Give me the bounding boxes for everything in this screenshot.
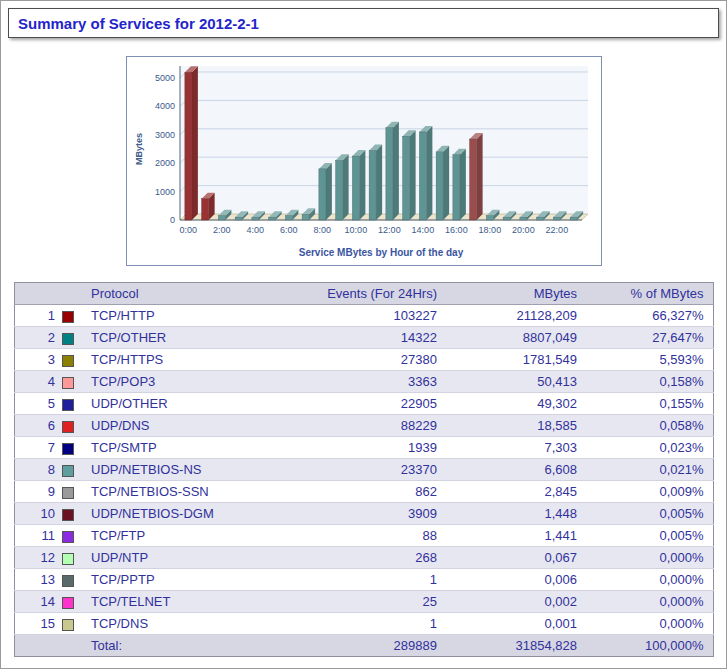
protocol-name: UDP/NETBIOS-DGM [82, 503, 294, 525]
protocol-color-swatch [62, 311, 74, 323]
table-row: 7 TCP/SMTP 1939 7,303 0,023% [14, 437, 713, 459]
row-rank: 8 [14, 459, 60, 481]
percent-value: 0,155% [586, 393, 713, 415]
header-mbytes: MBytes [446, 283, 586, 305]
percent-value: 0,058% [586, 415, 713, 437]
events-value: 25 [294, 591, 446, 613]
events-value: 268 [294, 547, 446, 569]
events-value: 1 [294, 569, 446, 591]
events-value: 22905 [294, 393, 446, 415]
mbytes-value: 2,845 [446, 481, 586, 503]
table-row: 10 UDP/NETBIOS-DGM 3909 1,448 0,005% [14, 503, 713, 525]
protocol-name: TCP/DNS [82, 613, 294, 635]
mbytes-value: 21128,209 [446, 305, 586, 327]
row-rank: 5 [14, 393, 60, 415]
page-title: Summary of Services for 2012-2-1 [8, 8, 719, 38]
svg-text:2000: 2000 [154, 158, 174, 168]
svg-text:12:00: 12:00 [378, 225, 401, 235]
table-row: 2 TCP/OTHER 14322 8807,049 27,647% [14, 327, 713, 349]
mbytes-value: 0,001 [446, 613, 586, 635]
row-swatch-cell [60, 305, 82, 327]
svg-text:18:00: 18:00 [478, 225, 501, 235]
mbytes-value: 1,441 [446, 525, 586, 547]
chart-container: 0100020003000400050000:002:004:006:008:0… [1, 56, 726, 266]
svg-text:0: 0 [169, 215, 174, 225]
header-percent: % of MBytes [586, 283, 713, 305]
percent-value: 0,021% [586, 459, 713, 481]
svg-text:4000: 4000 [154, 101, 174, 111]
total-row: Total: 289889 31854,828 100,000% [14, 635, 713, 657]
row-rank: 11 [14, 525, 60, 547]
mbytes-value: 1781,549 [446, 349, 586, 371]
protocol-color-swatch [62, 553, 74, 565]
row-rank: 13 [14, 569, 60, 591]
row-rank: 2 [14, 327, 60, 349]
table-row: 13 TCP/PPTP 1 0,006 0,000% [14, 569, 713, 591]
total-events: 289889 [294, 635, 446, 657]
percent-value: 66,327% [586, 305, 713, 327]
table-row: 12 UDP/NTP 268 0,067 0,000% [14, 547, 713, 569]
row-rank: 4 [14, 371, 60, 393]
row-rank: 12 [14, 547, 60, 569]
row-rank: 9 [14, 481, 60, 503]
row-swatch-cell [60, 525, 82, 547]
report-page: Summary of Services for 2012-2-1 0100020… [0, 0, 727, 669]
header-swatch-spacer [60, 283, 82, 305]
percent-value: 0,005% [586, 503, 713, 525]
protocol-color-swatch [62, 509, 74, 521]
total-swatch-spacer [60, 635, 82, 657]
protocol-name: TCP/HTTPS [82, 349, 294, 371]
row-rank: 6 [14, 415, 60, 437]
events-value: 862 [294, 481, 446, 503]
services-table: Protocol Events (For 24Hrs) MBytes % of … [14, 282, 714, 657]
events-value: 1939 [294, 437, 446, 459]
protocol-color-swatch [62, 619, 74, 631]
svg-text:16:00: 16:00 [445, 225, 468, 235]
row-rank: 1 [14, 305, 60, 327]
chart-frame: 0100020003000400050000:002:004:006:008:0… [126, 56, 602, 266]
row-swatch-cell [60, 327, 82, 349]
svg-text:MBytes: MBytes [134, 133, 144, 165]
protocol-color-swatch [62, 575, 74, 587]
row-swatch-cell [60, 393, 82, 415]
svg-text:Service MBytes by Hour of the: Service MBytes by Hour of the day [298, 247, 463, 258]
svg-text:4:00: 4:00 [246, 225, 264, 235]
protocol-color-swatch [62, 597, 74, 609]
row-swatch-cell [60, 371, 82, 393]
row-swatch-cell [60, 547, 82, 569]
percent-value: 0,005% [586, 525, 713, 547]
table-row: 4 TCP/POP3 3363 50,413 0,158% [14, 371, 713, 393]
row-rank: 3 [14, 349, 60, 371]
protocol-name: TCP/TELNET [82, 591, 294, 613]
svg-text:1000: 1000 [154, 187, 174, 197]
table-row: 1 TCP/HTTP 103227 21128,209 66,327% [14, 305, 713, 327]
protocol-color-swatch [62, 333, 74, 345]
row-rank: 7 [14, 437, 60, 459]
row-swatch-cell [60, 591, 82, 613]
protocol-name: TCP/PPTP [82, 569, 294, 591]
events-value: 88229 [294, 415, 446, 437]
row-swatch-cell [60, 613, 82, 635]
events-value: 88 [294, 525, 446, 547]
protocol-name: UDP/DNS [82, 415, 294, 437]
svg-text:8:00: 8:00 [313, 225, 331, 235]
percent-value: 0,000% [586, 569, 713, 591]
events-value: 3363 [294, 371, 446, 393]
row-swatch-cell [60, 459, 82, 481]
protocol-name: UDP/OTHER [82, 393, 294, 415]
header-rank [14, 283, 60, 305]
protocol-name: UDP/NTP [82, 547, 294, 569]
mbytes-value: 18,585 [446, 415, 586, 437]
row-swatch-cell [60, 415, 82, 437]
svg-text:5000: 5000 [154, 73, 174, 83]
row-rank: 14 [14, 591, 60, 613]
table-row: 9 TCP/NETBIOS-SSN 862 2,845 0,009% [14, 481, 713, 503]
svg-text:2:00: 2:00 [213, 225, 231, 235]
row-swatch-cell [60, 349, 82, 371]
events-value: 3909 [294, 503, 446, 525]
protocol-color-swatch [62, 487, 74, 499]
mbytes-value: 6,608 [446, 459, 586, 481]
percent-value: 0,009% [586, 481, 713, 503]
events-value: 23370 [294, 459, 446, 481]
protocol-name: TCP/OTHER [82, 327, 294, 349]
